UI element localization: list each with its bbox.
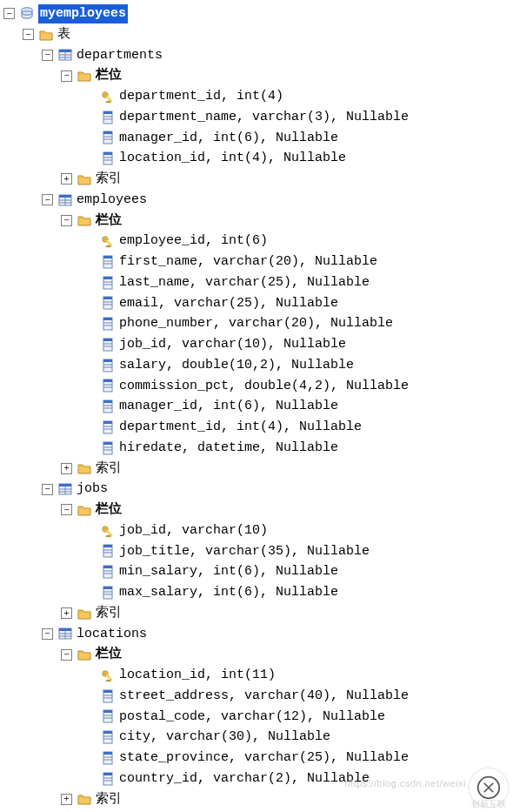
column-text: job_id, varchar(10), Nullable: [119, 335, 346, 354]
column-node[interactable]: job_id, varchar(10), Nullable: [3, 334, 513, 355]
column-icon: [100, 544, 116, 558]
column-icon: [100, 151, 116, 165]
column-node[interactable]: employee_id, int(6): [3, 231, 513, 252]
expand-icon[interactable]: +: [61, 607, 72, 619]
column-node[interactable]: job_title, varchar(35), Nullable: [3, 541, 513, 562]
column-text: location_id, int(11): [119, 666, 276, 685]
column-node[interactable]: city, varchar(30), Nullable: [3, 727, 513, 748]
folder-icon: [38, 28, 54, 42]
spacer: [80, 277, 96, 288]
column-node[interactable]: manager_id, int(6), Nullable: [3, 396, 513, 417]
collapse-icon[interactable]: −: [61, 504, 72, 515]
expand-icon[interactable]: +: [61, 173, 72, 185]
tables-node[interactable]: − 表: [3, 24, 513, 45]
table-name: locations: [77, 625, 147, 644]
key-icon: [100, 668, 116, 682]
column-text: min_salary, int(6), Nullable: [119, 562, 338, 581]
collapse-icon[interactable]: −: [61, 215, 72, 226]
column-node[interactable]: min_salary, int(6), Nullable: [3, 561, 513, 582]
indexes-node[interactable]: + 索引: [3, 169, 513, 190]
table-node-jobs[interactable]: − jobs: [3, 479, 513, 500]
schema-tree: − myemployees − 表 − departments − 栏位 dep…: [3, 3, 513, 809]
spacer: [80, 587, 96, 598]
columns-label: 栏位: [96, 500, 122, 520]
spacer: [80, 773, 96, 784]
column-text: first_name, varchar(20), Nullable: [119, 252, 377, 272]
column-icon: [100, 709, 116, 723]
indexes-label: 索引: [96, 790, 122, 809]
expand-icon[interactable]: +: [61, 794, 72, 805]
table-node-locations[interactable]: − locations: [3, 624, 513, 645]
db-node[interactable]: − myemployees: [3, 3, 513, 24]
column-node[interactable]: last_name, varchar(25), Nullable: [3, 272, 513, 293]
table-node-departments[interactable]: − departments: [3, 45, 513, 66]
column-icon: [100, 296, 116, 310]
columns-label: 栏位: [96, 211, 122, 231]
indexes-label: 索引: [96, 170, 122, 189]
column-node[interactable]: department_id, int(4), Nullable: [3, 417, 513, 438]
collapse-icon[interactable]: −: [42, 194, 53, 205]
watermark-url: https://blog.csdn.net/weixi: [345, 777, 466, 791]
column-node[interactable]: job_id, varchar(10): [3, 520, 513, 541]
collapse-icon[interactable]: −: [42, 628, 53, 640]
column-text: department_name, varchar(3), Nullable: [119, 108, 409, 127]
expand-icon[interactable]: +: [61, 463, 72, 474]
columns-node[interactable]: − 栏位: [3, 644, 513, 665]
collapse-icon[interactable]: −: [23, 29, 34, 40]
db-name[interactable]: myemployees: [38, 4, 128, 23]
key-icon: [100, 524, 116, 538]
column-text: country_id, varchar(2), Nullable: [119, 769, 370, 789]
collapse-icon[interactable]: −: [42, 484, 53, 495]
column-icon: [100, 586, 116, 600]
collapse-icon[interactable]: −: [61, 70, 72, 82]
column-node[interactable]: postal_code, varchar(12), Nullable: [3, 707, 513, 728]
indexes-node[interactable]: + 索引: [3, 789, 513, 810]
column-text: last_name, varchar(25), Nullable: [119, 273, 370, 292]
spacer: [80, 256, 96, 267]
column-node[interactable]: max_salary, int(6), Nullable: [3, 582, 513, 603]
column-icon: [100, 399, 116, 413]
spacer: [80, 132, 96, 144]
table-node-employees[interactable]: − employees: [3, 190, 513, 211]
spacer: [80, 690, 96, 701]
column-icon: [100, 420, 116, 434]
collapse-icon[interactable]: −: [61, 649, 72, 661]
collapse-icon[interactable]: −: [42, 50, 53, 61]
column-text: commission_pct, double(4,2), Nullable: [119, 377, 409, 396]
column-node[interactable]: email, varchar(25), Nullable: [3, 293, 513, 314]
folder-icon: [77, 172, 92, 186]
columns-node[interactable]: − 栏位: [3, 65, 513, 86]
column-node[interactable]: location_id, int(11): [3, 665, 513, 686]
column-icon: [100, 276, 116, 290]
column-node[interactable]: department_name, varchar(3), Nullable: [3, 107, 513, 128]
watermark-text: 创新互联: [471, 798, 506, 811]
column-node[interactable]: first_name, varchar(20), Nullable: [3, 252, 513, 272]
indexes-node[interactable]: + 索引: [3, 459, 513, 480]
column-text: job_id, varchar(10): [119, 521, 268, 540]
column-text: location_id, int(4), Nullable: [119, 149, 346, 168]
column-node[interactable]: manager_id, int(6), Nullable: [3, 128, 513, 149]
column-icon: [100, 751, 116, 765]
database-icon: [19, 7, 35, 21]
spacer: [80, 380, 96, 392]
indexes-node[interactable]: + 索引: [3, 603, 513, 624]
columns-node[interactable]: − 栏位: [3, 500, 513, 520]
column-node[interactable]: commission_pct, double(4,2), Nullable: [3, 376, 513, 397]
spacer: [80, 319, 96, 330]
column-node[interactable]: hiredate, datetime, Nullable: [3, 438, 513, 459]
key-icon: [100, 234, 116, 248]
column-node[interactable]: phone_number, varchar(20), Nullable: [3, 313, 513, 334]
spacer: [80, 669, 96, 681]
column-node[interactable]: salary, double(10,2), Nullable: [3, 355, 513, 376]
columns-node[interactable]: − 栏位: [3, 211, 513, 232]
column-text: department_id, int(4): [119, 87, 283, 106]
column-node[interactable]: location_id, int(4), Nullable: [3, 148, 513, 169]
column-node[interactable]: street_address, varchar(40), Nullable: [3, 686, 513, 707]
column-text: street_address, varchar(40), Nullable: [119, 687, 409, 706]
table-icon: [57, 482, 73, 496]
collapse-icon[interactable]: −: [3, 8, 15, 19]
column-icon: [100, 317, 116, 331]
column-node[interactable]: state_province, varchar(25), Nullable: [3, 748, 513, 768]
column-icon: [100, 565, 116, 579]
column-node[interactable]: department_id, int(4): [3, 86, 513, 107]
